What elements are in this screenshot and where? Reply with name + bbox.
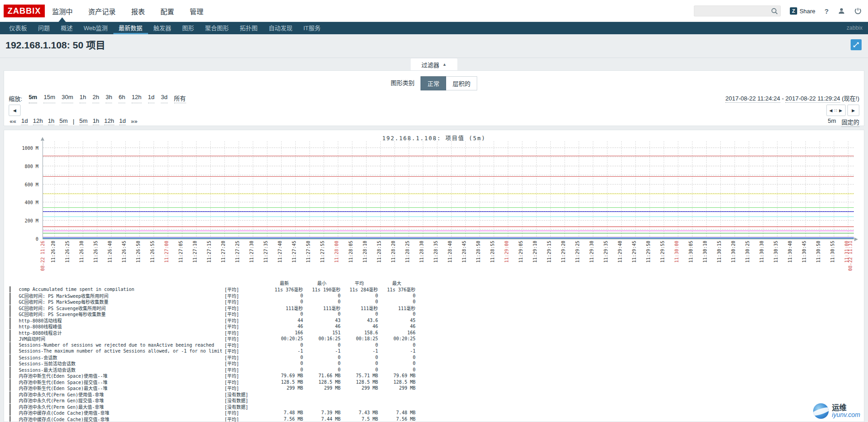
filter-toggle-tab[interactable]: 过滤器 ▲ xyxy=(410,58,458,70)
zoom-option-所有[interactable]: 所有 xyxy=(174,94,186,103)
value-min: 7.39 MB xyxy=(303,410,341,415)
h-gridline xyxy=(43,229,854,230)
fixed-link[interactable]: 固定的 xyxy=(841,117,859,127)
x-axis-label: 11:30:40 xyxy=(788,241,793,263)
help-icon[interactable]: ? xyxy=(825,7,829,15)
series-color-swatch xyxy=(10,286,11,292)
subnav-triggers[interactable]: 触发器 xyxy=(148,22,177,34)
zabbix-logo[interactable]: ZABBIX xyxy=(4,5,45,17)
subnav-problems[interactable]: 问题 xyxy=(32,22,55,34)
scroll-right-button[interactable]: ▶ xyxy=(847,105,859,116)
watermark-domain: iyunv.com xyxy=(832,411,860,418)
value-latest: 0 xyxy=(266,299,303,304)
x-axis-label: 08-22 11:26 xyxy=(40,241,45,271)
time-range-to-link[interactable]: 2017-08-22 11:29:24 xyxy=(785,95,840,103)
series-line xyxy=(43,176,854,177)
period-nav-1d[interactable]: 1d xyxy=(21,117,27,125)
y-axis-label: 400 M xyxy=(25,200,38,205)
period-nav-1h[interactable]: 1h xyxy=(48,117,54,125)
zoom-option-1d[interactable]: 1d xyxy=(148,94,154,103)
subnav-overview[interactable]: 概述 xyxy=(55,22,78,34)
graph-type-row: 图形类别 正常 层积的 xyxy=(4,76,864,90)
subnav-it-services[interactable]: IT服务 xyxy=(298,22,326,34)
menu-inventory[interactable]: 资产记录 xyxy=(88,6,116,16)
subnav-latest-data[interactable]: 最新数据 xyxy=(113,22,148,34)
x-axis-label: 11:27:35 xyxy=(263,241,268,263)
x-axis-label: 11:29:40 xyxy=(618,241,623,263)
zoom-option-3d[interactable]: 3d xyxy=(161,94,167,103)
value-latest: 79.69 MB xyxy=(266,373,303,378)
period-nav-fwdfwd[interactable]: »» xyxy=(131,118,137,125)
legend-row: 内存池中永久代(Perm Gen)提交值-非堆[没有数据] xyxy=(10,397,864,403)
chart-plot-area[interactable]: 1000 M800 M600 M400 M200 M0 xyxy=(43,141,854,239)
period-nav-sep: | xyxy=(73,118,74,125)
logout-icon[interactable] xyxy=(854,7,862,15)
search-icon[interactable] xyxy=(771,8,778,16)
share-button[interactable]: Z Share xyxy=(790,7,815,15)
value-max: 45 xyxy=(378,318,415,323)
menu-administration[interactable]: 管理 xyxy=(190,6,203,16)
x-axis-label: 11:29:25 xyxy=(575,241,580,263)
x-axis-label: 11:27:15 xyxy=(207,241,212,263)
graph-type-normal-button[interactable]: 正常 xyxy=(421,76,446,90)
server-name-label: zabbix xyxy=(847,22,863,34)
menu-reports[interactable]: 报表 xyxy=(131,6,145,16)
series-name: Sessions-Number of sessions we rejected … xyxy=(19,343,224,348)
scrollbar-drag-handle[interactable]: ◀ ∷ ▶ xyxy=(826,105,846,116)
x-axis-label: 11:29:10 xyxy=(533,241,538,263)
zoom-option-2h[interactable]: 2h xyxy=(92,94,99,103)
x-axis-label: 11:30:20 xyxy=(731,241,736,263)
series-name: comp Accumulated time spent in compilati… xyxy=(19,287,224,292)
zoom-option-30m[interactable]: 30m xyxy=(62,94,73,103)
period-nav-12h[interactable]: 12h xyxy=(104,117,114,125)
zoom-option-1h[interactable]: 1h xyxy=(80,94,86,103)
subnav-graphs[interactable]: 图形 xyxy=(177,22,200,34)
value-latest: 166 xyxy=(266,330,303,335)
time-range-row: 2017-08-22 11:24:24 - 2017-08-22 11:29:2… xyxy=(725,94,859,102)
subnav-screens[interactable]: 聚合图形 xyxy=(200,22,234,34)
scroll-left-button[interactable]: ◀ xyxy=(9,105,21,116)
fullscreen-button[interactable] xyxy=(851,39,862,50)
user-profile-icon[interactable] xyxy=(838,7,845,15)
zoom-option-3h[interactable]: 3h xyxy=(106,94,112,103)
zoom-option-15m[interactable]: 15m xyxy=(43,94,55,103)
period-nav-5m[interactable]: 5m xyxy=(80,117,88,125)
series-name: 内存池中缓存点(Code Cache)提交值-非堆 xyxy=(19,416,224,422)
search-input[interactable] xyxy=(696,6,768,16)
graph-type-stacked-button[interactable]: 层积的 xyxy=(446,76,477,90)
fixed-row: 5m 固定的 xyxy=(828,117,859,127)
x-axis-label: 11:30:15 xyxy=(717,241,722,263)
series-color-swatch xyxy=(10,330,11,336)
series-line xyxy=(43,231,854,231)
zoom-option-5m[interactable]: 5m xyxy=(29,94,37,103)
value-avg: 0 xyxy=(341,299,378,304)
menu-monitoring[interactable]: 监测中 xyxy=(52,6,73,16)
period-nav-12h[interactable]: 12h xyxy=(33,117,43,125)
subnav-maps[interactable]: 拓扑图 xyxy=(234,22,263,34)
topbar-actions: Z Share ? xyxy=(694,5,862,16)
x-axis-label: 11:27:25 xyxy=(235,241,240,263)
period-nav-backback[interactable]: «« xyxy=(10,118,16,125)
x-axis-label: 11:26:45 xyxy=(122,241,127,263)
zoom-option-12h[interactable]: 12h xyxy=(132,94,142,103)
x-axis-label: 11:26:55 xyxy=(150,241,155,263)
menu-configuration[interactable]: 配置 xyxy=(160,6,174,16)
value-max: 0 xyxy=(378,293,415,298)
value-latest: 0 xyxy=(266,367,303,372)
period-nav-1h[interactable]: 1h xyxy=(93,117,99,125)
legend-column-header: 最大 xyxy=(378,280,415,286)
subnav-discovery[interactable]: 自动发现 xyxy=(263,22,298,34)
value-avg: 0 xyxy=(341,367,378,372)
subnav-dashboard[interactable]: 仪表板 xyxy=(4,22,32,34)
collapse-caret-icon: ▲ xyxy=(442,62,447,67)
legend-row: GC回收时间: PS Scavenge每秒收集数量[平均]0000 xyxy=(10,311,864,317)
time-range-from-link[interactable]: 2017-08-22 11:24:24 xyxy=(725,95,780,103)
series-color-swatch xyxy=(10,385,11,391)
legend-row: Sessions-Number of sessions we rejected … xyxy=(10,342,864,348)
period-nav-5m[interactable]: 5m xyxy=(59,117,68,125)
zoom-option-6h[interactable]: 6h xyxy=(118,94,125,103)
value-latest: 0 xyxy=(266,361,303,366)
subnav-web[interactable]: Web监测 xyxy=(78,22,113,34)
period-nav-1d[interactable]: 1d xyxy=(119,117,126,125)
x-axis-label: 11:30:10 xyxy=(703,241,708,263)
